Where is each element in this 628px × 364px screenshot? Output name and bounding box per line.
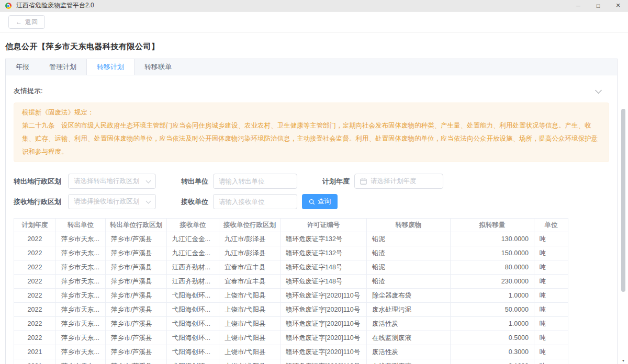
cell-unit: 吨 [534,289,568,303]
cell-recv-unit: 弋阳海创环... [167,317,219,331]
cell-plan-year: 2021 [14,359,56,364]
tab-1[interactable]: 管理计划 [39,59,86,75]
out-region-select[interactable]: 请选择转出地行政区划 [68,174,156,189]
tab-panel-transfer-plan: 友情提示: 根据新《固废法》规定： 第二十九条 设区的市级人民政府生态环境主管部… [6,75,617,364]
scrollbar-track[interactable]: ▼ [621,12,626,364]
cell-recv-unit: 九江汇金金... [167,246,219,260]
filter-row-1: 转出地行政区划 请选择转出地行政区划 转出单位 计划年度 请选择计划年度 [14,174,609,189]
cell-recv-region: 上饶市/弋阳县 [219,289,281,303]
cell-license-no: 赣环危废证字[2020]110号 [281,317,367,331]
cell-recv-unit: 九江汇金金... [167,232,219,246]
scrollbar-thumb[interactable] [621,109,625,292]
column-header-recv-unit: 接收单位 [167,219,219,232]
tip-title: 友情提示: [14,86,43,96]
plan-year-label: 计划年度 [320,177,350,186]
regulation-line-2: 第二十九条 设区的市级人民政府生态环境主管部门应当会同住房城乡建设、农业农村、卫… [22,119,601,158]
table-row: 2022萍乡市天东...萍乡市/芦溪县弋阳海创环...上饶市/弋阳县赣环危废证字… [14,303,568,317]
cell-out-unit: 萍乡市天东... [56,359,106,364]
calendar-icon [360,178,367,185]
cell-waste-name: 铅渣 [367,246,451,260]
regulation-warning-box: 根据新《固废法》规定： 第二十九条 设区的市级人民政府生态环境主管部门应当会同住… [14,103,609,162]
cell-waste-name: 在线监测废液 [367,331,451,345]
cell-plan-year: 2022 [14,289,56,303]
search-button[interactable]: 查询 [302,194,338,209]
cell-out-region: 萍乡市/芦溪县 [106,317,167,331]
tip-header: 友情提示: [14,86,609,96]
cell-plan-year: 2022 [14,246,56,260]
cell-unit: 吨 [534,260,568,275]
cell-plan-year: 2022 [14,275,56,289]
collapse-chevron-down-icon[interactable] [595,87,602,94]
filter-form: 转出地行政区划 请选择转出地行政区划 转出单位 计划年度 请选择计划年度 [14,174,609,209]
table-row: 2022萍乡市天东...萍乡市/芦溪县九江汇金金...九江市/彭泽县赣环危废证字… [14,232,568,246]
cell-recv-region: 宜春市/宜丰县 [219,260,281,275]
cell-waste-name: 除尘器废布袋 [367,289,451,303]
chevron-down-icon [146,198,151,203]
scrollbar-down-arrow-icon[interactable]: ▼ [621,359,625,362]
cell-amount: 0.3000 [451,345,534,359]
cell-amount: 50.0000 [451,303,534,317]
cell-out-unit: 萍乡市天东... [56,260,106,275]
cell-out-region: 萍乡市/芦溪县 [106,232,167,246]
table-row: 2021萍乡市天东...萍乡市/芦溪县弋阳海创环...上饶市/弋阳县赣环危废证字… [14,359,568,364]
cell-recv-unit: 弋阳海创环... [167,289,219,303]
cell-unit: 吨 [534,359,568,364]
cell-out-unit: 萍乡市天东... [56,275,106,289]
column-header-plan-year: 计划年度 [14,219,56,232]
cell-unit: 吨 [534,331,568,345]
out-unit-input[interactable] [213,174,297,189]
cell-plan-year: 2021 [14,345,56,359]
cell-unit: 吨 [534,275,568,289]
window-title: 江西省危险废物监管平台2.0 [16,1,94,10]
cell-recv-region: 九江市/彭泽县 [219,246,281,260]
maximize-icon[interactable]: □ [588,0,608,11]
cell-recv-region: 上饶市/弋阳县 [219,359,281,364]
column-header-recv-region: 接收单位行政区划 [219,219,281,232]
plan-year-datepicker[interactable]: 请选择计划年度 [354,174,443,189]
page-title: 信息公开【萍乡市天东电器科技有限公司】 [5,42,628,52]
cell-recv-unit: 弋阳海创环... [167,359,219,364]
cell-recv-region: 宜春市/宜丰县 [219,275,281,289]
recv-unit-label: 接收单位 [177,197,208,207]
table-row: 2022萍乡市天东...萍乡市/芦溪县弋阳海创环...上饶市/弋阳县赣环危废证字… [14,331,568,345]
cell-out-unit: 萍乡市天东... [56,232,106,246]
out-region-placeholder: 请选择转出地行政区划 [74,177,139,186]
cell-waste-name: 铅泥 [367,232,451,246]
tab-0[interactable]: 年报 [6,59,39,75]
cell-amount: 0.5000 [451,331,534,345]
cell-license-no: 赣环危废证字[2020]110号 [281,359,367,364]
tab-3[interactable]: 转移联单 [134,59,182,75]
cell-license-no: 赣环危废证字132号 [281,232,367,246]
column-header-unit: 单位 [534,219,568,232]
out-unit-label: 转出单位 [177,177,208,186]
cell-out-region: 萍乡市/芦溪县 [106,260,167,275]
cell-out-region: 萍乡市/芦溪县 [106,345,167,359]
cell-amount: 230.0000 [451,275,534,289]
tab-bar: 年报管理计划转移计划转移联单 [6,59,617,75]
tab-2[interactable]: 转移计划 [86,59,134,75]
recv-unit-input[interactable] [213,194,297,209]
search-button-label: 查询 [318,197,331,206]
back-button-label: 返回 [25,18,38,27]
table-row: 2021萍乡市天东...萍乡市/芦溪县弋阳海创环...上饶市/弋阳县赣环危废证字… [14,345,568,359]
table-row: 2022萍乡市天东...萍乡市/芦溪县江西齐劲材...宜春市/宜丰县赣环危废证字… [14,275,568,289]
cell-recv-region: 上饶市/弋阳县 [219,345,281,359]
cell-license-no: 赣环危废证字[2020]110号 [281,345,367,359]
recv-region-select[interactable]: 请选择接收地行政区划 [68,194,156,209]
cell-waste-name: 铅泥 [367,260,451,275]
column-header-license-no: 许可证编号 [281,219,367,232]
cell-recv-unit: 江西齐劲材... [167,275,219,289]
close-icon[interactable]: ✕ [608,0,628,11]
back-arrow-icon: ← [16,18,22,26]
cell-plan-year: 2022 [14,260,56,275]
cell-out-region: 萍乡市/芦溪县 [106,246,167,260]
cell-recv-unit: 江西齐劲材... [167,260,219,275]
cell-plan-year: 2022 [14,331,56,345]
minimize-icon[interactable]: ─ [568,0,588,11]
plan-year-placeholder: 请选择计划年度 [371,177,417,186]
cell-amount: 1.0000 [451,317,534,331]
column-header-out-unit: 转出单位 [56,219,106,232]
back-button[interactable]: ← 返回 [8,15,45,29]
cell-out-unit: 萍乡市天东... [56,345,106,359]
recv-region-placeholder: 请选择接收地行政区划 [74,197,139,206]
